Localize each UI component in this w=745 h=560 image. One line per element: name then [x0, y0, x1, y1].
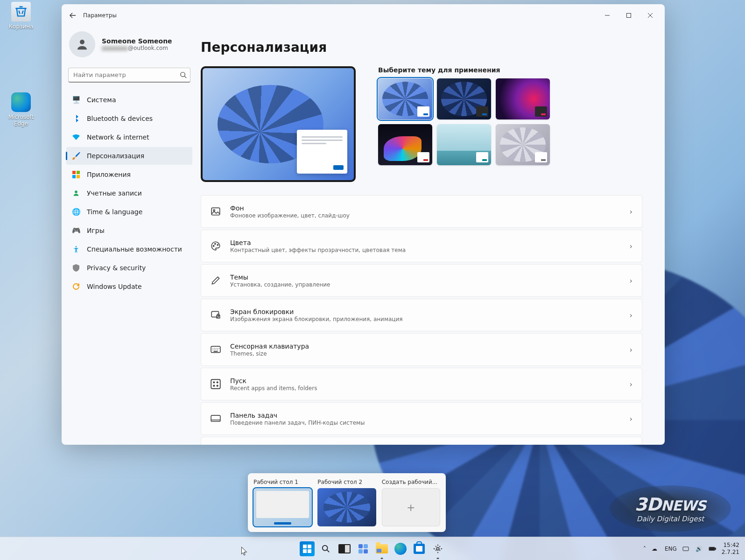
setting-colors[interactable]: ЦветаКонтрастный цвет, эффекты прозрачно… — [201, 230, 642, 262]
svg-point-3 — [181, 72, 185, 77]
start-button[interactable] — [300, 541, 315, 556]
chevron-right-icon: › — [630, 242, 633, 251]
theme-thumb-flower[interactable] — [378, 124, 432, 165]
tray-overflow-icon[interactable]: ˄ — [643, 546, 646, 552]
close-button[interactable] — [640, 8, 661, 22]
nav-accessibility[interactable]: Специальные возможности — [66, 240, 192, 258]
setting-touch-keyboard[interactable]: Сенсорная клавиатураThemes, size › — [201, 333, 642, 366]
back-button[interactable] — [65, 8, 80, 23]
shield-icon — [72, 264, 80, 272]
new-desktop[interactable]: Создать рабочий... + — [382, 479, 440, 526]
chevron-right-icon: › — [630, 414, 633, 423]
svg-rect-36 — [715, 548, 716, 550]
system-tray[interactable]: ˄ ☁ ENG 🔊 15:42 2.7.21 — [643, 542, 739, 555]
cursor-icon — [241, 547, 248, 558]
maximize-button[interactable] — [618, 8, 640, 22]
nav-apps[interactable]: Приложения — [66, 166, 192, 183]
svg-rect-24 — [303, 545, 307, 548]
display-icon: 🖥️ — [72, 96, 80, 104]
virtual-desktop-2[interactable]: Рабочий стол 2 — [317, 479, 376, 526]
svg-rect-29 — [358, 544, 363, 548]
main-content: Персонализация Выберите тему для примене… — [197, 27, 665, 445]
svg-point-12 — [213, 245, 214, 246]
theme-thumb-sunset[interactable] — [496, 78, 550, 119]
window-title: Параметры — [83, 12, 117, 19]
volume-icon[interactable]: 🔊 — [696, 545, 703, 553]
theme-thumb-dark[interactable] — [437, 78, 491, 119]
nav-update[interactable]: Windows Update — [66, 278, 192, 295]
svg-rect-30 — [364, 544, 368, 548]
setting-taskbar[interactable]: Панель задачПоведение панели задач, ПИН-… — [201, 402, 642, 435]
tray-language[interactable]: ENG — [665, 546, 677, 552]
theme-thumb-wave[interactable] — [496, 124, 550, 165]
bluetooth-icon — [72, 114, 80, 123]
battery-icon[interactable] — [709, 545, 716, 553]
page-heading: Персонализация — [201, 40, 642, 55]
svg-rect-5 — [77, 171, 80, 174]
desktop-thumb — [317, 488, 376, 526]
nav-system[interactable]: 🖥️Система — [66, 91, 192, 109]
chevron-right-icon: › — [630, 276, 633, 285]
taskbar-settings[interactable] — [430, 541, 445, 556]
virtual-desktop-1[interactable]: Рабочий стол 1 — [253, 479, 312, 526]
svg-rect-4 — [72, 171, 76, 174]
svg-rect-31 — [358, 549, 363, 553]
onedrive-icon[interactable]: ☁ — [652, 545, 659, 553]
svg-point-14 — [217, 245, 218, 245]
setting-background[interactable]: ФонФоновое изображение, цвет, слайд-шоу … — [201, 195, 642, 228]
nav-network[interactable]: Network & internet — [66, 128, 192, 146]
account-email: @outlook.com — [102, 45, 172, 51]
svg-rect-17 — [211, 379, 220, 389]
desktop-icon-label: Microsoft Edge — [3, 114, 39, 127]
svg-point-13 — [215, 244, 216, 245]
settings-window: Параметры Someone Someone @outlook.com — [62, 4, 665, 445]
desktop-icon-recycle-bin[interactable]: Корзина — [3, 2, 39, 30]
desktop-icon-edge[interactable]: Microsoft Edge — [3, 92, 39, 127]
setting-fonts[interactable]: AA Шрифты › — [201, 437, 642, 445]
lockscreen-icon — [211, 310, 221, 320]
taskbar-widgets[interactable] — [356, 541, 371, 556]
minimize-button[interactable] — [597, 8, 618, 22]
accessibility-icon — [72, 245, 80, 253]
nav-privacy[interactable]: Privacy & security — [66, 259, 192, 277]
taskbar-store[interactable] — [412, 541, 427, 556]
nav-bluetooth[interactable]: Bluetooth & devices — [66, 110, 192, 127]
taskbar: ˄ ☁ ENG 🔊 15:42 2.7.21 — [0, 537, 745, 560]
taskbar-icon — [211, 413, 221, 424]
globe-icon: 🌐 — [72, 208, 80, 216]
svg-rect-25 — [308, 545, 311, 548]
watermark-3dnews: 3DNEWS Daily Digital Digest — [610, 485, 731, 532]
search-icon — [180, 71, 187, 78]
network-tray-icon[interactable] — [682, 545, 690, 553]
nav-gaming[interactable]: 🎮Игры — [66, 222, 192, 239]
svg-point-21 — [217, 385, 218, 386]
svg-rect-32 — [364, 549, 368, 553]
svg-rect-37 — [710, 547, 715, 550]
taskbar-edge[interactable] — [393, 541, 408, 556]
brush-icon: 🖌️ — [72, 152, 80, 160]
search-field[interactable] — [68, 68, 190, 83]
svg-rect-27 — [308, 549, 311, 553]
nav-personalization[interactable]: 🖌️Персонализация — [66, 147, 192, 165]
nav-time[interactable]: 🌐Time & language — [66, 203, 192, 221]
taskbar-search[interactable] — [318, 541, 333, 556]
svg-point-19 — [217, 382, 218, 383]
preview-mini-window — [297, 130, 347, 174]
taskbar-explorer[interactable] — [374, 541, 389, 556]
taskbar-task-view[interactable] — [337, 541, 352, 556]
svg-point-9 — [76, 246, 77, 247]
setting-themes[interactable]: ТемыУстановка, создание, управление › — [201, 264, 642, 297]
svg-point-33 — [436, 547, 439, 550]
setting-lockscreen[interactable]: Экран блокировкиИзображения экрана блоки… — [201, 299, 642, 331]
pen-icon — [211, 275, 221, 286]
account-block[interactable]: Someone Someone @outlook.com — [66, 27, 192, 68]
tray-clock[interactable]: 15:42 2.7.21 — [722, 542, 739, 555]
svg-rect-10 — [211, 208, 220, 215]
folder-icon — [376, 544, 388, 553]
theme-thumb-beach[interactable] — [437, 124, 491, 165]
nav-accounts[interactable]: Учетные записи — [66, 184, 192, 202]
setting-start[interactable]: ПускRecent apps and items, folders › — [201, 368, 642, 400]
svg-point-18 — [213, 382, 214, 383]
search-input[interactable] — [68, 68, 190, 83]
theme-thumb-light[interactable] — [378, 78, 432, 119]
